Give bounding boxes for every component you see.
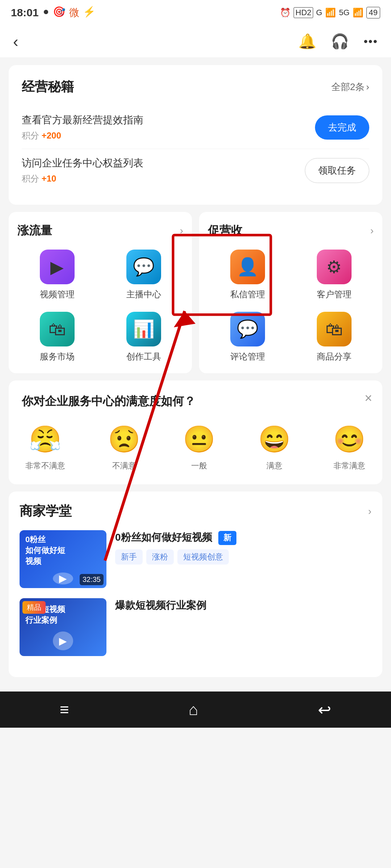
task-btn-receive[interactable]: 领取任务 (305, 158, 369, 183)
jingying-header: 经营秘籍 全部2条 › (22, 78, 369, 96)
video-thumb-2[interactable]: 精品 爆款短视频行业案例 ▶ (20, 598, 106, 656)
task-item-1: 查看官方最新经营提效指南 积分 +200 去完成 (22, 106, 369, 149)
customer-mgmt-label: 客户管理 (317, 289, 352, 300)
survey-close-button[interactable]: × (365, 391, 372, 406)
school-header: 商家学堂 › (20, 502, 371, 520)
emoji-neutral[interactable]: 😐 一般 (183, 424, 215, 471)
video-play-icon-2: ▶ (53, 631, 73, 650)
customer-mgmt-item[interactable]: ⚙ 客户管理 (294, 250, 374, 300)
dissatisfied-face: 😟 (108, 424, 140, 455)
video-mgmt-icon: ▶ (40, 250, 75, 284)
emoji-very-satisfied[interactable]: 😊 非常满意 (333, 424, 366, 471)
neutral-face: 😐 (183, 424, 215, 455)
tag-row-1: 新手 涨粉 短视频创意 (115, 549, 371, 565)
satisfied-face: 😄 (258, 424, 291, 455)
comment-mgmt-label: 评论管理 (230, 351, 265, 362)
merchant-school-card: 商家学堂 › 0粉丝如何做好短视频 ▶ 32:35 0粉丝如何做好短视频 新 新… (9, 492, 382, 677)
tag-grow-fans[interactable]: 涨粉 (146, 549, 174, 565)
anchor-center-icon: 💬 (126, 250, 161, 284)
survey-card: × 你对企业服务中心的满意度如何？ 😤 非常不满意 😟 不满意 😐 一般 😄 满… (9, 380, 382, 484)
creation-tools-icon: 📊 (126, 312, 161, 346)
service-market-icon: 🛍 (40, 312, 75, 346)
feature-grid-row: 涨流量 › ▶ 视频管理 💬 主播中心 � (9, 212, 382, 373)
header: ‹ 🔔 🎧 ••• (0, 25, 391, 58)
status-right: ⏰ HD2 G 📶 5G 📶 49 (280, 7, 380, 18)
service-market-item[interactable]: 🛍 服务市场 (17, 312, 97, 362)
emoji-satisfied[interactable]: 😄 满意 (258, 424, 291, 471)
speedup-icon: ⚡ (83, 6, 96, 20)
jingying-card: 经营秘籍 全部2条 › 查看官方最新经营提效指南 积分 +200 去完成 访问企… (9, 65, 382, 205)
creation-tools-label: 创作工具 (126, 351, 161, 362)
video-thumb-text-1: 0粉丝如何做好短视频 (25, 534, 101, 567)
task-desc-1: 查看官方最新经营提效指南 (22, 113, 315, 127)
jingying-more[interactable]: 全部2条 › (331, 81, 369, 93)
anchor-center-item[interactable]: 💬 主播中心 (104, 250, 183, 300)
back-button[interactable]: ‹ (13, 33, 18, 51)
video-mgmt-item[interactable]: ▶ 视频管理 (17, 250, 97, 300)
task-item-2: 访问企业任务中心权益列表 积分 +10 领取任务 (22, 149, 369, 192)
task-desc-2: 访问企业任务中心权益列表 (22, 156, 305, 170)
headset-icon[interactable]: 🎧 (331, 33, 349, 50)
more-icon[interactable]: ••• (363, 35, 378, 48)
cuyingshou-arrow-icon[interactable]: › (370, 225, 374, 237)
signal-bar-icon: 📶 (325, 8, 336, 18)
nav-back-button[interactable]: ↩ (318, 701, 331, 719)
cuyingshou-header: 促营收 › (208, 223, 374, 239)
video-thumb-1[interactable]: 0粉丝如何做好短视频 ▶ 32:35 (20, 530, 106, 588)
anchor-center-label: 主播中心 (126, 289, 161, 300)
video-item-1: 0粉丝如何做好短视频 ▶ 32:35 0粉丝如何做好短视频 新 新手 涨粉 短视… (20, 530, 371, 588)
video-item-2: 精品 爆款短视频行业案例 ▶ 爆款短视频行业案例 (20, 598, 371, 656)
comment-mgmt-item[interactable]: 💬 评论管理 (208, 312, 287, 362)
very-satisfied-label: 非常满意 (333, 460, 365, 471)
comment-mgmt-icon: 💬 (230, 312, 265, 346)
emoji-dissatisfied[interactable]: 😟 不满意 (108, 424, 140, 471)
wifi-icon: 📶 (353, 8, 363, 18)
video-info-1: 0粉丝如何做好短视频 新 新手 涨粉 短视频创意 (115, 530, 371, 565)
very-satisfied-face: 😊 (333, 424, 366, 455)
status-bar: 18:01 ● 🎯 微 ⚡ ⏰ HD2 G 📶 5G 📶 49 (0, 0, 391, 25)
nav-menu-button[interactable]: ≡ (60, 701, 69, 719)
survey-title: 你对企业服务中心的满意度如何？ (22, 393, 369, 409)
creation-tools-item[interactable]: 📊 创作工具 (104, 312, 183, 362)
video-mgmt-label: 视频管理 (40, 289, 75, 300)
zangluliang-title: 涨流量 (17, 223, 52, 239)
video-duration-1: 32:35 (80, 574, 104, 585)
task-btn-complete[interactable]: 去完成 (315, 115, 369, 140)
bottom-nav: ≡ ⌂ ↩ (0, 692, 391, 728)
emoji-row: 😤 非常不满意 😟 不满意 😐 一般 😄 满意 😊 非常满意 (22, 424, 369, 471)
cuyingshou-title: 促营收 (208, 223, 243, 239)
video-title-2: 爆款短视频行业案例 (115, 598, 371, 612)
neutral-label: 一般 (191, 460, 207, 471)
zangluliang-grid: ▶ 视频管理 💬 主播中心 🛍 服务市场 (17, 250, 183, 362)
private-msg-label: 私信管理 (230, 289, 265, 300)
video-title-1: 0粉丝如何做好短视频 新 (115, 530, 371, 545)
satisfied-label: 满意 (266, 460, 282, 471)
zangluliang-arrow-icon[interactable]: › (180, 225, 183, 237)
weibo-icon: 微 (69, 6, 79, 20)
task-points-1: 积分 +200 (22, 130, 315, 141)
nav-home-button[interactable]: ⌂ (189, 701, 198, 719)
customer-mgmt-icon: ⚙ (317, 250, 352, 284)
tag-beginner[interactable]: 新手 (115, 549, 143, 565)
task-points-2: 积分 +10 (22, 173, 305, 184)
product-share-item[interactable]: 🛍 商品分享 (294, 312, 374, 362)
product-share-label: 商品分享 (317, 351, 352, 362)
private-msg-item[interactable]: 👤 私信管理 (208, 250, 287, 300)
jingpin-badge: 精品 (22, 601, 46, 614)
school-title: 商家学堂 (20, 502, 72, 520)
signal-5g-icon: 5G (339, 8, 349, 17)
video-play-icon-1: ▶ (53, 573, 73, 584)
dissatisfied-label: 不满意 (112, 460, 136, 471)
cuyingshou-grid: 👤 私信管理 ⚙ 客户管理 💬 评论管理 (208, 250, 374, 362)
service-market-label: 服务市场 (40, 351, 75, 362)
task-info-2: 访问企业任务中心权益列表 积分 +10 (22, 156, 305, 184)
school-more-arrow-icon[interactable]: › (368, 506, 371, 517)
more-arrow-icon: › (366, 81, 369, 93)
new-badge-1: 新 (218, 531, 236, 545)
notification-icon[interactable]: 🔔 (298, 33, 316, 50)
alarm-icon: ⏰ (280, 8, 291, 18)
emoji-very-dissatisfied[interactable]: 😤 非常不满意 (25, 424, 65, 471)
hd-icon: HD2 (294, 7, 313, 18)
cuyingshou-card: 促营收 › 👤 私信管理 ⚙ 客户管理 � (199, 212, 382, 373)
tag-short-video-creative[interactable]: 短视频创意 (177, 549, 229, 565)
